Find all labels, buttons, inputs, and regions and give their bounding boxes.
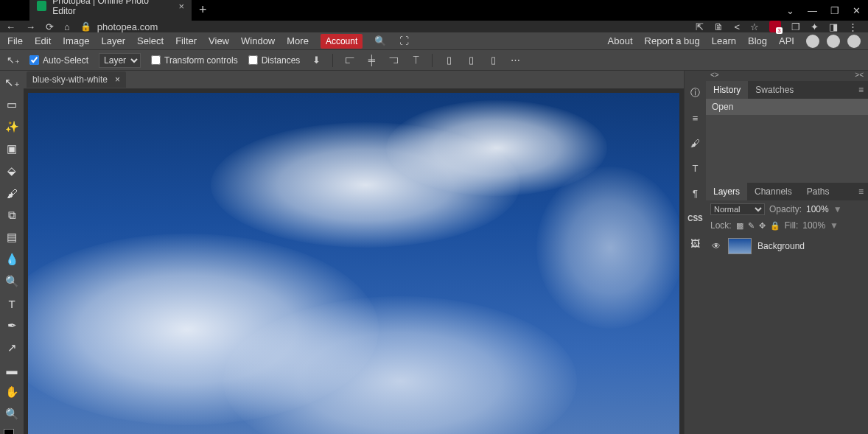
lock-pixels-icon[interactable]: ▩ (736, 221, 743, 231)
pen-tool[interactable]: ✒ (3, 317, 21, 335)
menu-report[interactable]: Report a bug (645, 35, 700, 46)
dodge-tool[interactable]: 🔍 (3, 273, 21, 290)
type-tool[interactable]: T (3, 295, 21, 312)
wand-tool[interactable]: ✨ (3, 118, 21, 136)
close-icon[interactable]: × (178, 1, 184, 12)
more-align-icon[interactable]: ⋯ (509, 55, 521, 66)
brush-tool[interactable]: 🖌 (3, 184, 21, 202)
account-button[interactable]: Account (321, 34, 363, 49)
layer-select[interactable]: Layer (99, 53, 141, 68)
back-icon[interactable]: ← (6, 21, 15, 32)
close-doc-icon[interactable]: × (115, 74, 120, 85)
tab-channels[interactable]: Channels (747, 183, 799, 200)
eraser-tool[interactable]: ⬙ (3, 162, 21, 180)
path-tool[interactable]: ↗ (3, 339, 21, 357)
visibility-icon[interactable]: 👁 (712, 241, 722, 251)
transform-checkbox[interactable]: Transform controls (151, 55, 238, 66)
history-item[interactable]: Open (706, 99, 868, 115)
side-icon[interactable]: ◨ (829, 21, 838, 32)
align-center-h-icon[interactable]: ╪ (365, 55, 377, 66)
layer-row[interactable]: 👁 Background (709, 236, 865, 256)
menu-edit[interactable]: Edit (35, 35, 51, 46)
align-left-icon[interactable]: ⫍ (343, 55, 355, 66)
tab-layers[interactable]: Layers (706, 183, 747, 200)
panel-menu-icon[interactable]: ≡ (854, 82, 868, 98)
menu-layer[interactable]: Layer (102, 35, 126, 46)
marquee-tool[interactable]: ▭ (3, 96, 21, 113)
menu-view[interactable]: View (209, 35, 229, 46)
tab-history[interactable]: History (706, 81, 748, 99)
menu-filter[interactable]: Filter (175, 35, 197, 46)
tabs-icon[interactable]: ❐ (791, 21, 800, 32)
gradient-tool[interactable]: ▤ (3, 228, 21, 246)
lock-move-icon[interactable]: ✥ (759, 221, 766, 231)
tab-swatches[interactable]: Swatches (748, 81, 801, 99)
url-box[interactable]: 🔒 photopea.com (80, 21, 686, 32)
blur-tool[interactable]: 💧 (3, 251, 21, 268)
character-icon[interactable]: T (688, 161, 703, 175)
bookmark-icon[interactable]: ☆ (750, 21, 759, 32)
menu-learn[interactable]: Learn (712, 35, 736, 46)
minimize-icon[interactable]: — (808, 5, 817, 16)
reload-icon[interactable]: ⟳ (46, 21, 54, 32)
clone-tool[interactable]: ⧉ (3, 206, 21, 224)
distribute-icon[interactable]: ▯ (487, 55, 499, 66)
opacity-dropdown-icon[interactable]: ▼ (833, 204, 842, 214)
brush-panel-icon[interactable]: 🖌 (688, 136, 703, 150)
auto-select-checkbox[interactable]: Auto-Select (29, 55, 88, 66)
color-swatch[interactable] (4, 429, 20, 434)
layers-menu-icon[interactable]: ≡ (854, 183, 868, 200)
forward-icon[interactable]: → (26, 21, 35, 32)
fill-value[interactable]: 100% (802, 220, 825, 231)
fullscreen-icon[interactable]: ⛶ (398, 35, 410, 47)
menu-image[interactable]: Image (63, 35, 89, 46)
chevron-down-icon[interactable]: ⌄ (786, 5, 794, 16)
align-top-icon[interactable]: ⟙ (410, 55, 421, 66)
menu-icon[interactable]: ⋮ (848, 21, 858, 32)
home-icon[interactable]: ⌂ (64, 21, 70, 32)
distribute-h-icon[interactable]: ▯ (443, 55, 455, 66)
menu-about[interactable]: About (608, 35, 633, 46)
zoom-tool[interactable]: 🔍 (3, 405, 21, 423)
search-icon[interactable]: 🔍 (374, 35, 386, 47)
layer-thumbnail[interactable] (728, 238, 752, 254)
shape-tool[interactable]: ▬ (3, 361, 21, 379)
download-icon[interactable]: ⬇ (310, 55, 322, 66)
blend-mode-select[interactable]: Normal (710, 203, 765, 215)
hand-tool[interactable]: ✋ (3, 383, 21, 401)
tab-paths[interactable]: Paths (799, 183, 837, 200)
extensions-icon[interactable]: ✦ (811, 21, 819, 32)
paragraph-icon[interactable]: ¶ (688, 186, 703, 200)
menu-file[interactable]: File (7, 35, 23, 46)
menu-blog[interactable]: Blog (748, 35, 767, 46)
collapse-right-icon[interactable]: >< (855, 71, 864, 81)
reddit-icon[interactable] (806, 35, 819, 48)
close-window-icon[interactable]: ✕ (853, 5, 861, 16)
page-icon[interactable]: 🗎 (714, 21, 724, 32)
info-icon[interactable]: ⓘ (688, 85, 703, 100)
install-icon[interactable]: ⇱ (696, 21, 704, 32)
twitter-icon[interactable] (827, 35, 840, 48)
crop-tool[interactable]: ▣ (3, 140, 21, 158)
menu-more[interactable]: More (287, 35, 309, 46)
collapse-left-icon[interactable]: <> (710, 71, 719, 81)
share-icon[interactable]: < (734, 21, 740, 32)
move-tool[interactable]: ↖₊ (3, 74, 21, 91)
css-icon[interactable]: CSS (688, 211, 703, 225)
ublock-icon[interactable] (769, 21, 781, 32)
browser-tab[interactable]: Photopea | Online Photo Editor × (29, 0, 192, 21)
canvas[interactable] (28, 93, 679, 434)
menu-api[interactable]: API (779, 35, 794, 46)
fill-dropdown-icon[interactable]: ▼ (830, 220, 839, 231)
facebook-icon[interactable] (847, 35, 861, 48)
distances-checkbox[interactable]: Distances (248, 55, 301, 66)
distribute-v-icon[interactable]: ▯ (465, 55, 477, 66)
document-tab[interactable]: blue-sky-with-white × (27, 71, 126, 88)
align-right-icon[interactable]: ⫎ (388, 55, 399, 66)
menu-window[interactable]: Window (241, 35, 275, 46)
lock-all-icon[interactable]: 🔒 (770, 221, 780, 231)
new-tab-button[interactable]: + (192, 0, 214, 21)
restore-icon[interactable]: ❐ (830, 5, 839, 16)
picture-icon[interactable]: 🖼 (688, 236, 703, 251)
layer-name[interactable]: Background (757, 241, 805, 251)
